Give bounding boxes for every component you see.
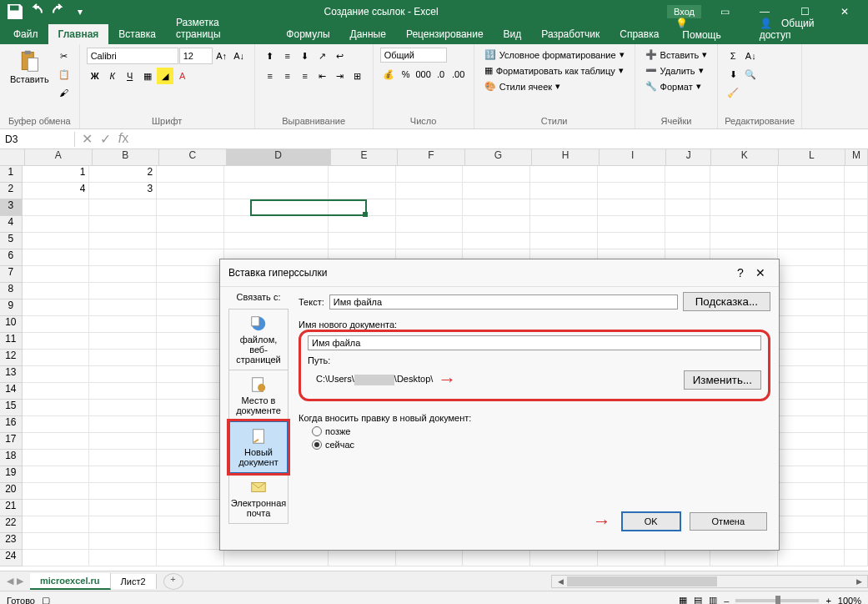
row-header[interactable]: 10	[0, 316, 23, 333]
macro-recorder-icon[interactable]: ▢	[42, 595, 50, 604]
align-center-icon[interactable]: ≡	[279, 68, 296, 84]
sheet-tab-1[interactable]: microexcel.ru	[30, 573, 111, 590]
borders-icon[interactable]: ▦	[139, 68, 156, 84]
merge-icon[interactable]: ⊞	[349, 68, 366, 84]
cell[interactable]	[157, 166, 224, 183]
cell[interactable]	[89, 299, 157, 316]
zoom-in-icon[interactable]: +	[825, 596, 830, 605]
cell[interactable]	[157, 483, 224, 500]
cell[interactable]	[665, 183, 710, 199]
col-header[interactable]: J	[666, 149, 711, 165]
cell[interactable]	[157, 216, 224, 233]
cell[interactable]	[463, 550, 530, 566]
row-header[interactable]: 22	[0, 516, 23, 533]
cell[interactable]	[530, 199, 598, 216]
cell[interactable]	[329, 233, 396, 249]
cell[interactable]	[778, 233, 845, 249]
tab-view[interactable]: Вид	[494, 24, 532, 44]
cell[interactable]	[778, 316, 845, 333]
orientation-icon[interactable]: ↗	[314, 48, 331, 64]
dialog-help-icon[interactable]: ?	[730, 266, 750, 279]
cell[interactable]	[778, 416, 845, 433]
cell[interactable]	[89, 500, 157, 516]
cell[interactable]	[89, 366, 157, 383]
cell[interactable]	[845, 500, 868, 516]
cell[interactable]	[23, 216, 90, 233]
horizontal-scrollbar[interactable]: ◀ ▶	[551, 575, 868, 588]
cell[interactable]	[778, 433, 845, 450]
cell[interactable]	[665, 166, 710, 183]
cell[interactable]	[710, 550, 778, 566]
clear-icon[interactable]: 🧹	[725, 84, 741, 101]
cell[interactable]	[224, 216, 329, 233]
cell[interactable]	[23, 333, 90, 350]
find-icon[interactable]: 🔍	[742, 66, 759, 83]
cell[interactable]	[396, 550, 464, 566]
row-header[interactable]: 17	[0, 433, 23, 450]
cell[interactable]	[89, 416, 157, 433]
cell[interactable]	[23, 249, 90, 266]
row-header[interactable]: 19	[0, 466, 23, 483]
cell[interactable]	[23, 466, 90, 483]
sheet-tab-2[interactable]: Лист2	[111, 574, 157, 589]
row-header[interactable]: 23	[0, 533, 23, 550]
cell[interactable]	[463, 183, 530, 199]
cell[interactable]	[845, 333, 868, 350]
qat-dropdown-icon[interactable]: ▾	[70, 2, 90, 22]
cell[interactable]	[463, 166, 530, 183]
col-header[interactable]: K	[711, 149, 779, 165]
cell[interactable]	[23, 416, 90, 433]
cell[interactable]	[665, 216, 710, 233]
cell[interactable]	[778, 500, 845, 516]
cell[interactable]	[157, 350, 224, 366]
cell[interactable]	[329, 199, 396, 216]
col-header[interactable]: H	[532, 149, 600, 165]
tab-review[interactable]: Рецензирование	[396, 24, 494, 44]
zoom-slider[interactable]	[735, 599, 819, 602]
tab-formulas[interactable]: Формулы	[276, 24, 339, 44]
cell[interactable]	[710, 233, 778, 249]
cell[interactable]	[329, 550, 396, 566]
cell[interactable]	[23, 316, 90, 333]
cell[interactable]	[530, 183, 598, 199]
tab-home[interactable]: Главная	[48, 24, 109, 44]
cell[interactable]	[23, 433, 90, 450]
cell[interactable]	[778, 366, 845, 383]
cell[interactable]	[845, 249, 868, 266]
formula-input[interactable]	[135, 138, 868, 141]
cell[interactable]	[710, 199, 778, 216]
cell[interactable]: 1	[23, 166, 90, 183]
redo-icon[interactable]	[48, 2, 68, 22]
tab-file[interactable]: Файл	[3, 24, 48, 44]
cell[interactable]	[845, 199, 868, 216]
cell[interactable]	[665, 233, 710, 249]
cell[interactable]	[778, 199, 845, 216]
cell[interactable]	[89, 233, 157, 249]
format-cells-button[interactable]: 🔧 Формат ▾	[642, 79, 705, 93]
delete-cells-button[interactable]: ➖ Удалить ▾	[642, 63, 707, 78]
view-normal-icon[interactable]: ▦	[679, 595, 687, 604]
number-format-combo[interactable]	[380, 48, 447, 63]
align-middle-icon[interactable]: ≡	[279, 48, 296, 64]
row-header[interactable]: 2	[0, 183, 23, 199]
scroll-left-icon[interactable]: ◀	[554, 577, 567, 586]
underline-button[interactable]: Ч	[122, 68, 138, 84]
cell[interactable]	[845, 366, 868, 383]
cell[interactable]	[23, 450, 90, 466]
cut-icon[interactable]: ✂	[56, 48, 73, 64]
cell[interactable]	[778, 383, 845, 400]
cell[interactable]	[89, 533, 157, 550]
sheet-nav-next-icon[interactable]: ▶	[17, 576, 23, 586]
cell[interactable]	[396, 199, 464, 216]
cancel-formula-icon[interactable]: ✕	[78, 131, 95, 147]
tab-developer[interactable]: Разработчик	[531, 24, 610, 44]
cell[interactable]	[329, 183, 396, 199]
cell[interactable]	[598, 550, 665, 566]
cell[interactable]	[23, 233, 90, 249]
select-all-corner[interactable]	[0, 149, 25, 166]
cell[interactable]	[89, 316, 157, 333]
cell[interactable]: 4	[23, 183, 90, 199]
cell[interactable]	[778, 266, 845, 283]
cell[interactable]	[598, 233, 665, 249]
cell[interactable]	[157, 450, 224, 466]
